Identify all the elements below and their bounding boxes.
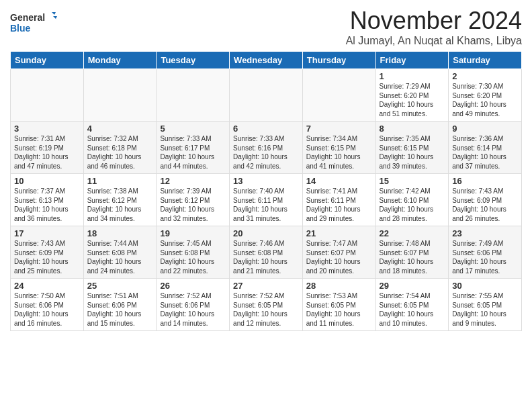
day-number: 3	[14, 124, 80, 134]
day-number: 22	[380, 228, 445, 238]
col-friday: Friday	[375, 52, 449, 69]
day-info: Sunrise: 7:35 AMSunset: 6:15 PMDaylight:…	[380, 134, 445, 171]
day-info: Sunrise: 7:33 AMSunset: 6:16 PMDaylight:…	[233, 134, 299, 171]
table-row	[83, 69, 157, 122]
table-row: 18Sunrise: 7:44 AMSunset: 6:08 PMDayligh…	[83, 226, 157, 279]
table-row: 15Sunrise: 7:42 AMSunset: 6:10 PMDayligh…	[375, 174, 449, 226]
logo: General Blue	[10, 9, 57, 36]
day-number: 13	[233, 176, 299, 186]
table-row: 1Sunrise: 7:29 AMSunset: 6:20 PMDaylight…	[375, 69, 449, 122]
day-info: Sunrise: 7:36 AMSunset: 6:14 PMDaylight:…	[452, 134, 518, 171]
table-row: 6Sunrise: 7:33 AMSunset: 6:16 PMDaylight…	[230, 122, 303, 174]
month-title: November 2024	[346, 7, 522, 35]
day-info: Sunrise: 7:44 AMSunset: 6:08 PMDaylight:…	[87, 239, 153, 275]
day-number: 5	[160, 124, 226, 134]
table-row: 4Sunrise: 7:32 AMSunset: 6:18 PMDaylight…	[83, 122, 157, 174]
day-number: 18	[87, 228, 153, 238]
svg-text:Blue: Blue	[10, 23, 31, 34]
day-number: 30	[452, 281, 518, 291]
table-row: 16Sunrise: 7:43 AMSunset: 6:09 PMDayligh…	[449, 174, 522, 226]
table-row	[302, 69, 375, 122]
day-number: 12	[160, 176, 226, 186]
table-row	[230, 69, 303, 122]
table-row: 21Sunrise: 7:47 AMSunset: 6:07 PMDayligh…	[302, 226, 375, 279]
day-number: 8	[380, 124, 445, 134]
table-row: 19Sunrise: 7:45 AMSunset: 6:08 PMDayligh…	[157, 226, 230, 279]
calendar-table: Sunday Monday Tuesday Wednesday Thursday…	[10, 51, 522, 331]
day-info: Sunrise: 7:34 AMSunset: 6:15 PMDaylight:…	[306, 134, 372, 171]
day-info: Sunrise: 7:37 AMSunset: 6:13 PMDaylight:…	[14, 187, 80, 223]
table-row	[157, 69, 230, 122]
day-number: 29	[380, 281, 445, 291]
table-row: 26Sunrise: 7:52 AMSunset: 6:06 PMDayligh…	[157, 279, 230, 331]
day-number: 19	[160, 228, 226, 238]
day-info: Sunrise: 7:39 AMSunset: 6:12 PMDaylight:…	[160, 187, 226, 223]
day-number: 21	[306, 228, 372, 238]
table-row: 25Sunrise: 7:51 AMSunset: 6:06 PMDayligh…	[83, 279, 157, 331]
day-number: 7	[306, 124, 372, 134]
table-row: 8Sunrise: 7:35 AMSunset: 6:15 PMDaylight…	[375, 122, 449, 174]
day-number: 20	[233, 228, 299, 238]
title-area: November 2024 Al Jumayl, An Nuqat al Kha…	[346, 7, 522, 47]
table-row: 3Sunrise: 7:31 AMSunset: 6:19 PMDaylight…	[11, 122, 84, 174]
table-row: 24Sunrise: 7:50 AMSunset: 6:06 PMDayligh…	[11, 279, 84, 331]
location-title: Al Jumayl, An Nuqat al Khams, Libya	[346, 35, 522, 47]
day-number: 27	[233, 281, 299, 291]
calendar-week-1: 1Sunrise: 7:29 AMSunset: 6:20 PMDaylight…	[11, 69, 522, 122]
table-row: 23Sunrise: 7:49 AMSunset: 6:06 PMDayligh…	[449, 226, 522, 279]
day-info: Sunrise: 7:41 AMSunset: 6:11 PMDaylight:…	[306, 187, 372, 223]
day-number: 9	[452, 124, 518, 134]
table-row: 17Sunrise: 7:43 AMSunset: 6:09 PMDayligh…	[11, 226, 84, 279]
day-info: Sunrise: 7:31 AMSunset: 6:19 PMDaylight:…	[14, 134, 80, 171]
day-info: Sunrise: 7:45 AMSunset: 6:08 PMDaylight:…	[160, 239, 226, 275]
day-number: 15	[380, 176, 445, 186]
day-info: Sunrise: 7:46 AMSunset: 6:08 PMDaylight:…	[233, 239, 299, 275]
calendar-week-3: 10Sunrise: 7:37 AMSunset: 6:13 PMDayligh…	[11, 174, 522, 226]
table-row: 29Sunrise: 7:54 AMSunset: 6:05 PMDayligh…	[375, 279, 449, 331]
table-row: 13Sunrise: 7:40 AMSunset: 6:11 PMDayligh…	[230, 174, 303, 226]
day-number: 28	[306, 281, 372, 291]
page: General Blue November 2024 Al Jumayl, An…	[0, 0, 532, 338]
day-info: Sunrise: 7:48 AMSunset: 6:07 PMDaylight:…	[380, 239, 445, 275]
day-number: 16	[452, 176, 518, 186]
day-info: Sunrise: 7:51 AMSunset: 6:06 PMDaylight:…	[87, 291, 153, 328]
table-row: 12Sunrise: 7:39 AMSunset: 6:12 PMDayligh…	[157, 174, 230, 226]
calendar-week-2: 3Sunrise: 7:31 AMSunset: 6:19 PMDaylight…	[11, 122, 522, 174]
day-number: 26	[160, 281, 226, 291]
day-info: Sunrise: 7:30 AMSunset: 6:20 PMDaylight:…	[452, 82, 518, 118]
table-row: 9Sunrise: 7:36 AMSunset: 6:14 PMDaylight…	[449, 122, 522, 174]
day-number: 10	[14, 176, 80, 186]
svg-text:General: General	[10, 12, 45, 23]
day-number: 1	[380, 71, 445, 81]
day-info: Sunrise: 7:38 AMSunset: 6:12 PMDaylight:…	[87, 187, 153, 223]
table-row	[11, 69, 84, 122]
day-info: Sunrise: 7:40 AMSunset: 6:11 PMDaylight:…	[233, 187, 299, 223]
day-info: Sunrise: 7:52 AMSunset: 6:05 PMDaylight:…	[233, 291, 299, 328]
calendar-week-5: 24Sunrise: 7:50 AMSunset: 6:06 PMDayligh…	[11, 279, 522, 331]
day-info: Sunrise: 7:32 AMSunset: 6:18 PMDaylight:…	[87, 134, 153, 171]
calendar-header-row: Sunday Monday Tuesday Wednesday Thursday…	[11, 52, 522, 69]
header: General Blue November 2024 Al Jumayl, An…	[10, 7, 522, 47]
day-info: Sunrise: 7:53 AMSunset: 6:05 PMDaylight:…	[306, 291, 372, 328]
day-info: Sunrise: 7:54 AMSunset: 6:05 PMDaylight:…	[380, 291, 445, 328]
table-row: 28Sunrise: 7:53 AMSunset: 6:05 PMDayligh…	[302, 279, 375, 331]
day-number: 4	[87, 124, 153, 134]
day-info: Sunrise: 7:52 AMSunset: 6:06 PMDaylight:…	[160, 291, 226, 328]
day-number: 17	[14, 228, 80, 238]
day-info: Sunrise: 7:49 AMSunset: 6:06 PMDaylight:…	[452, 239, 518, 275]
table-row: 5Sunrise: 7:33 AMSunset: 6:17 PMDaylight…	[157, 122, 230, 174]
day-info: Sunrise: 7:42 AMSunset: 6:10 PMDaylight:…	[380, 187, 445, 223]
day-info: Sunrise: 7:47 AMSunset: 6:07 PMDaylight:…	[306, 239, 372, 275]
table-row: 7Sunrise: 7:34 AMSunset: 6:15 PMDaylight…	[302, 122, 375, 174]
table-row: 2Sunrise: 7:30 AMSunset: 6:20 PMDaylight…	[449, 69, 522, 122]
day-info: Sunrise: 7:33 AMSunset: 6:17 PMDaylight:…	[160, 134, 226, 171]
day-number: 24	[14, 281, 80, 291]
svg-marker-3	[53, 16, 57, 21]
logo-svg: General Blue	[10, 9, 57, 36]
day-info: Sunrise: 7:29 AMSunset: 6:20 PMDaylight:…	[380, 82, 445, 118]
day-info: Sunrise: 7:55 AMSunset: 6:05 PMDaylight:…	[452, 291, 518, 328]
calendar-week-4: 17Sunrise: 7:43 AMSunset: 6:09 PMDayligh…	[11, 226, 522, 279]
day-info: Sunrise: 7:43 AMSunset: 6:09 PMDaylight:…	[14, 239, 80, 275]
day-number: 14	[306, 176, 372, 186]
col-saturday: Saturday	[449, 52, 522, 69]
